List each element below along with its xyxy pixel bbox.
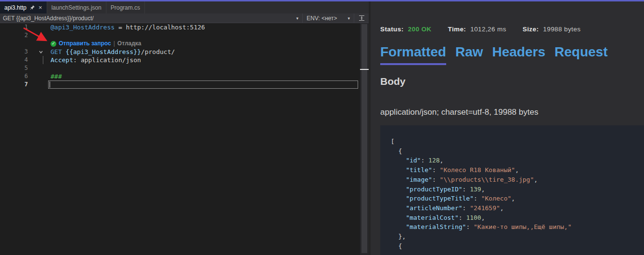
code-text: @api3_HostAddress = http://localhost:512… [51,23,205,31]
line-number: 3 [0,48,28,56]
close-tab-icon[interactable]: × [39,4,42,11]
time-label: Time: [448,26,466,33]
json-line: "image": "\\products\\tire_38.jpg", [387,175,637,185]
json-line: "articleNumber": "241659", [387,203,637,213]
json-line: "materialCost": 1100, [387,213,637,223]
document-tabbar: api3.http×launchSettings.jsonProgram.cs [0,1,369,13]
document-tab-launchsettings-json[interactable]: launchSettings.json [47,1,106,13]
chevron-down-icon[interactable]: ▾ [296,16,298,21]
fold-chevron-icon[interactable] [39,50,43,54]
time-value: 1012,26 ms [470,26,506,33]
content-type-line: application/json; charset=utf-8, 19988 b… [380,107,644,117]
json-line: "productTypeID": 139, [387,185,637,194]
gutter-margin [28,31,51,40]
tab-label: launchSettings.json [52,4,102,11]
size-label: Size: [523,26,539,33]
body-heading: Body [380,76,644,87]
json-line: "id": 128, [387,156,637,165]
editor-line-4[interactable]: 4Accept: application/json [0,56,369,64]
response-view-tabs: FormattedRawHeadersRequest [380,44,644,65]
response-tab-raw[interactable]: Raw [455,44,483,63]
code-text: Accept: application/json [51,56,141,64]
gutter-margin [28,48,51,56]
pin-icon[interactable] [30,5,35,10]
fold-guide-line [43,56,43,64]
editor-line-6[interactable]: 6### [0,72,369,81]
document-tab-program-cs[interactable]: Program.cs [106,1,145,13]
line-number: 4 [0,56,28,64]
gutter-margin [28,81,51,89]
response-body-json[interactable]: [ { "id": 128, "title": "Колесо R18 Кова… [380,125,644,255]
tab-label: api3.http [4,4,26,11]
send-request-link[interactable]: Отправить запрос [59,40,111,48]
request-url-text: GET {{api3_HostAddress}}/product/ [3,15,94,22]
line-number: 7 [0,81,28,89]
editor-line-3[interactable]: 3GET {{api3_HostAddress}}/product/ [0,48,369,56]
split-editor-icon[interactable] [354,15,369,21]
gutter-margin [28,56,51,64]
response-pane: Status: 200 OK Time: 1012,26 ms Size: 19… [371,1,644,255]
debug-request-link[interactable]: Отладка [117,40,142,48]
gutter-margin [28,64,51,72]
env-selector[interactable]: ENV: <нет> ▾ [303,13,354,23]
editor-line-1[interactable]: 1@api3_HostAddress = http://localhost:51… [0,23,369,31]
tab-label: Program.cs [111,4,140,11]
line-number: 2 [0,31,28,40]
json-line: }, [387,232,637,242]
code-text: ### [51,72,62,81]
gutter-margin [28,23,51,31]
env-label: ENV: <нет> [307,15,337,22]
request-url-selector[interactable]: GET {{api3_HostAddress}}/product/ ▾ [0,13,302,23]
scrollbar-thumb[interactable] [361,24,367,253]
editor-scrollbar[interactable] [360,23,369,255]
chevron-down-icon[interactable]: ▾ [348,16,350,21]
scrollbar-cursor-marker [360,69,369,70]
line-number: 1 [0,23,28,31]
json-line: "productTypeTitle": "Колесо", [387,194,637,203]
http-request-bar: GET {{api3_HostAddress}}/product/ ▾ ENV:… [0,13,369,23]
editor-line-5[interactable]: 5 [0,64,369,72]
json-line: { [387,242,637,251]
response-tab-request[interactable]: Request [554,44,607,63]
response-tab-headers[interactable]: Headers [492,44,545,63]
json-line: "materialString": "Какие-то шипы,,Ещё ши… [387,222,637,232]
size-value: 19988 bytes [543,26,580,33]
codelens-row: ✓Отправить запрос|Отладка [0,40,369,48]
vs-window: api3.http×launchSettings.jsonProgram.cs … [0,0,644,255]
gutter-margin [28,72,51,81]
codelens-divider: | [114,40,115,48]
json-line: [ [387,137,637,147]
status-label: Status: [380,26,404,33]
json-line: { [387,147,637,156]
editor-rows: 1@api3_HostAddress = http://localhost:51… [0,23,369,89]
response-tab-formatted[interactable]: Formatted [380,44,446,65]
line-number: 6 [0,72,28,81]
editor-line-7[interactable]: 7 [0,81,369,89]
success-check-icon: ✓ [51,41,56,47]
response-status-line: Status: 200 OK Time: 1012,26 ms Size: 19… [380,26,644,33]
code-text: GET {{api3_HostAddress}}/product/ [51,48,175,56]
editor-line-2[interactable]: 2 [0,31,369,40]
editor-pane: api3.http×launchSettings.jsonProgram.cs … [0,1,369,255]
line-number: 5 [0,64,28,72]
json-line: "title": "Колесо R18 Кованый", [387,165,637,175]
code-editor[interactable]: 1@api3_HostAddress = http://localhost:51… [0,23,369,255]
status-value: 200 OK [408,26,432,33]
document-tab-api3-http[interactable]: api3.http× [0,1,47,13]
